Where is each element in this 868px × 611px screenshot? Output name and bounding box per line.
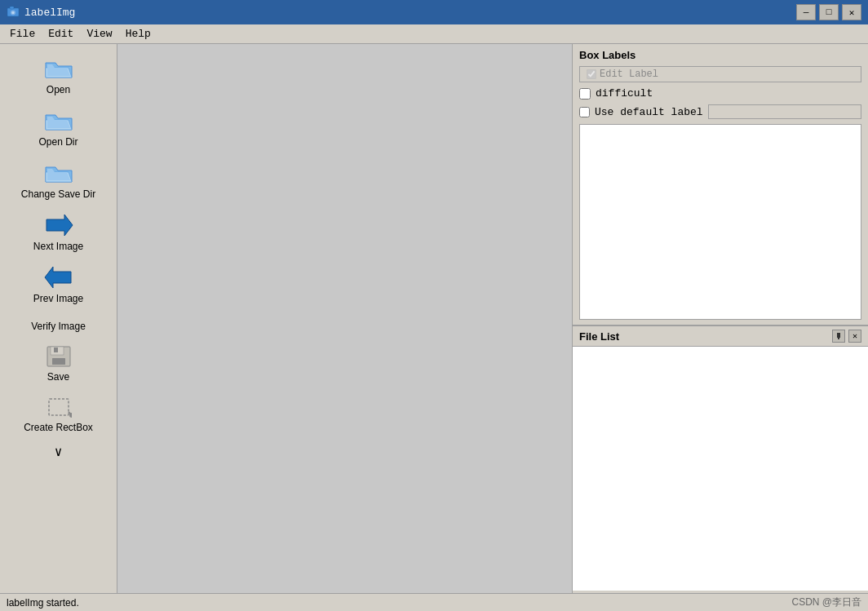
close-button[interactable]: ✕: [842, 4, 861, 20]
menu-edit[interactable]: Edit: [42, 24, 80, 43]
prev-image-icon: [43, 265, 74, 290]
save-icon: [46, 345, 72, 368]
canvas-area[interactable]: [117, 44, 573, 593]
toolbar: Open Open Dir Change Save Dir: [0, 44, 117, 593]
toolbar-verify-image-label: Verify Image: [31, 321, 86, 332]
svg-marker-5: [45, 267, 71, 288]
next-image-icon: [43, 213, 74, 237]
status-text: labelImg started.: [7, 597, 79, 609]
file-list-title: File List: [579, 330, 619, 343]
create-rectbox-icon: [46, 396, 72, 418]
toolbar-next-image[interactable]: Next Image: [10, 207, 108, 258]
minimize-button[interactable]: —: [796, 4, 816, 20]
use-default-label-text: Use default label: [595, 106, 703, 118]
toolbar-open-label: Open: [46, 84, 70, 95]
toolbar-prev-image-label: Prev Image: [33, 293, 83, 304]
svg-rect-9: [54, 348, 58, 352]
watermark: CSDN @李日音: [791, 596, 861, 609]
toolbar-save-label: Save: [47, 371, 69, 383]
toolbar-open[interactable]: Open: [10, 51, 108, 101]
svg-rect-1: [10, 7, 14, 9]
menubar: File Edit View Help: [0, 24, 868, 44]
difficult-label: difficult: [596, 87, 653, 100]
titlebar-controls: — □ ✕: [796, 4, 861, 20]
pin-icon: [835, 332, 843, 340]
use-default-label-row: Use default label: [579, 104, 861, 119]
menu-view[interactable]: View: [80, 24, 118, 43]
toolbar-change-save-dir-label: Change Save Dir: [21, 188, 95, 200]
open-dir-icon: [43, 108, 74, 133]
svg-point-3: [12, 11, 15, 14]
open-icon: [43, 56, 74, 81]
toolbar-create-rectbox-label: Create RectBox: [24, 422, 93, 433]
toolbar-save[interactable]: Save: [10, 339, 108, 388]
use-default-label-checkbox[interactable]: [579, 107, 590, 117]
labels-list[interactable]: [579, 124, 861, 320]
right-panel: Box Labels Edit Label difficult Use defa…: [573, 44, 868, 593]
toolbar-open-dir[interactable]: Open Dir: [10, 103, 108, 153]
statusbar: labelImg started. CSDN @李日音: [0, 593, 868, 611]
toolbar-next-image-label: Next Image: [33, 241, 83, 252]
box-labels-title: Box Labels: [579, 49, 861, 61]
toolbar-open-dir-label: Open Dir: [38, 136, 78, 148]
edit-label-checkbox: [587, 69, 596, 79]
file-list-pin-button[interactable]: [832, 330, 845, 343]
main-layout: Open Open Dir Change Save Dir: [0, 44, 868, 593]
box-labels-section: Box Labels Edit Label difficult Use defa…: [573, 44, 868, 325]
titlebar-left: labelImg: [7, 6, 75, 19]
file-list-header: File List ✕: [573, 326, 868, 347]
toolbar-verify-image[interactable]: Verify Image: [10, 312, 108, 338]
change-save-dir-icon: [43, 161, 74, 185]
menu-help[interactable]: Help: [119, 24, 157, 43]
svg-rect-8: [52, 358, 65, 365]
app-icon: [7, 6, 20, 19]
default-label-input[interactable]: [708, 104, 861, 119]
svg-marker-4: [46, 215, 73, 236]
file-list-controls: ✕: [832, 330, 861, 343]
svg-rect-10: [49, 399, 69, 415]
svg-rect-13: [837, 333, 840, 338]
edit-label-button[interactable]: Edit Label: [579, 66, 861, 82]
difficult-row: difficult: [579, 87, 861, 100]
file-list-content: [573, 347, 868, 591]
titlebar: labelImg — □ ✕: [0, 0, 868, 24]
difficult-checkbox[interactable]: [579, 88, 591, 100]
file-list-section: File List ✕: [573, 325, 868, 593]
toolbar-create-rectbox[interactable]: Create RectBox: [10, 390, 108, 439]
file-list-close-button[interactable]: ✕: [848, 330, 861, 343]
menu-file[interactable]: File: [3, 24, 42, 43]
svg-rect-14: [838, 338, 839, 339]
toolbar-change-save-dir[interactable]: Change Save Dir: [10, 155, 108, 206]
toolbar-prev-image[interactable]: Prev Image: [10, 259, 108, 310]
titlebar-title: labelImg: [24, 7, 75, 19]
maximize-button[interactable]: □: [819, 4, 839, 20]
toolbar-more[interactable]: ∨: [55, 444, 63, 460]
